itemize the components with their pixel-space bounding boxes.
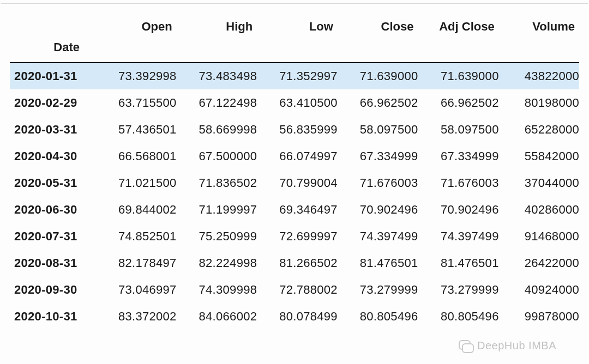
table-row[interactable]: 2020-03-3157.43650158.66999856.83599958.… — [10, 116, 579, 143]
cell-high: 73.483498 — [177, 63, 257, 89]
cell-vol: 55842000 — [499, 143, 579, 169]
cell-close: 58.097500 — [338, 116, 418, 143]
cell-adj: 74.397499 — [418, 223, 499, 250]
cell-open: 57.436501 — [96, 116, 177, 143]
cell-close: 73.279999 — [338, 276, 418, 303]
cell-vol: 26422000 — [499, 250, 579, 276]
cell-adj: 58.097500 — [418, 116, 499, 143]
cell-adj: 71.676003 — [418, 169, 499, 196]
cell-date: 2020-07-31 — [10, 223, 96, 250]
watermark: DeepHub IMBA — [459, 339, 556, 352]
col-volume: Volume — [499, 8, 579, 63]
table-row[interactable]: 2020-08-3182.17849782.22499881.26650281.… — [10, 250, 579, 276]
table-header-row: Date Open High Low Close Adj Close Volum… — [10, 8, 579, 63]
table-row[interactable]: 2020-04-3066.56800167.50000066.07499767.… — [10, 143, 579, 169]
cell-vol: 40286000 — [499, 196, 579, 223]
cell-adj: 73.279999 — [418, 276, 499, 303]
cell-low: 80.078499 — [257, 303, 338, 330]
col-close: Close — [338, 8, 418, 63]
cell-date: 2020-08-31 — [10, 250, 96, 276]
cell-low: 69.346497 — [257, 196, 338, 223]
cell-high: 58.669998 — [177, 116, 257, 143]
cell-open: 83.372002 — [96, 303, 177, 330]
cell-open: 73.392998 — [96, 63, 177, 89]
cell-close: 66.962502 — [338, 89, 418, 116]
cell-high: 67.500000 — [177, 143, 257, 169]
cell-open: 66.568001 — [96, 143, 177, 169]
table-row[interactable]: 2020-07-3174.85250175.25099972.69999774.… — [10, 223, 579, 250]
cell-low: 63.410500 — [257, 89, 338, 116]
cell-high: 74.309998 — [177, 276, 257, 303]
cell-date: 2020-05-31 — [10, 169, 96, 196]
cell-close: 71.639000 — [338, 63, 418, 89]
table-row[interactable]: 2020-02-2963.71550067.12249863.41050066.… — [10, 89, 579, 116]
cell-open: 73.046997 — [96, 276, 177, 303]
cell-date: 2020-02-29 — [10, 89, 96, 116]
cell-open: 82.178497 — [96, 250, 177, 276]
cell-adj: 71.639000 — [418, 63, 499, 89]
table-row[interactable]: 2020-01-3173.39299873.48349871.35299771.… — [10, 63, 579, 89]
cell-adj: 66.962502 — [418, 89, 499, 116]
cell-low: 72.788002 — [257, 276, 338, 303]
index-label: Date — [10, 8, 96, 63]
dataframe-output: Date Open High Low Close Adj Close Volum… — [0, 0, 589, 364]
col-open: Open — [96, 8, 177, 63]
cell-close: 70.902496 — [338, 196, 418, 223]
cell-vol: 65228000 — [499, 116, 579, 143]
cell-low: 71.352997 — [257, 63, 338, 89]
wechat-icon — [459, 340, 473, 352]
watermark-text: DeepHub IMBA — [477, 339, 556, 352]
cell-vol: 40924000 — [499, 276, 579, 303]
cell-date: 2020-06-30 — [10, 196, 96, 223]
cell-vol: 37044000 — [499, 169, 579, 196]
cell-open: 71.021500 — [96, 169, 177, 196]
cell-adj: 70.902496 — [418, 196, 499, 223]
cell-low: 66.074997 — [257, 143, 338, 169]
cell-date: 2020-10-31 — [10, 303, 96, 330]
table-body: 2020-01-3173.39299873.48349871.35299771.… — [10, 63, 579, 330]
cell-adj: 81.476501 — [418, 250, 499, 276]
cell-vol: 80198000 — [499, 89, 579, 116]
cell-adj: 80.805496 — [418, 303, 499, 330]
cell-low: 70.799004 — [257, 169, 338, 196]
table-row[interactable]: 2020-09-3073.04699774.30999872.78800273.… — [10, 276, 579, 303]
cell-low: 56.835999 — [257, 116, 338, 143]
cell-date: 2020-09-30 — [10, 276, 96, 303]
cell-adj: 67.334999 — [418, 143, 499, 169]
cell-close: 80.805496 — [338, 303, 418, 330]
cell-low: 72.699997 — [257, 223, 338, 250]
cell-date: 2020-04-30 — [10, 143, 96, 169]
data-table: Date Open High Low Close Adj Close Volum… — [10, 8, 579, 330]
cell-close: 71.676003 — [338, 169, 418, 196]
cell-high: 71.836502 — [177, 169, 257, 196]
cell-vol: 43822000 — [499, 63, 579, 89]
col-high: High — [177, 8, 257, 63]
cell-high: 75.250999 — [177, 223, 257, 250]
cell-open: 74.852501 — [96, 223, 177, 250]
table-row[interactable]: 2020-06-3069.84400271.19999769.34649770.… — [10, 196, 579, 223]
cell-high: 84.066002 — [177, 303, 257, 330]
cell-open: 63.715500 — [96, 89, 177, 116]
output-top-border — [1, 3, 588, 4]
cell-vol: 91468000 — [499, 223, 579, 250]
cell-high: 82.224998 — [177, 250, 257, 276]
cell-date: 2020-01-31 — [10, 63, 96, 89]
cell-close: 74.397499 — [338, 223, 418, 250]
cell-high: 67.122498 — [177, 89, 257, 116]
cell-date: 2020-03-31 — [10, 116, 96, 143]
col-adjclose: Adj Close — [418, 8, 499, 63]
cell-low: 81.266502 — [257, 250, 338, 276]
cell-close: 81.476501 — [338, 250, 418, 276]
cell-close: 67.334999 — [338, 143, 418, 169]
cell-high: 71.199997 — [177, 196, 257, 223]
col-low: Low — [257, 8, 338, 63]
cell-vol: 99878000 — [499, 303, 579, 330]
table-row[interactable]: 2020-10-3183.37200284.06600280.07849980.… — [10, 303, 579, 330]
table-row[interactable]: 2020-05-3171.02150071.83650270.79900471.… — [10, 169, 579, 196]
cell-open: 69.844002 — [96, 196, 177, 223]
